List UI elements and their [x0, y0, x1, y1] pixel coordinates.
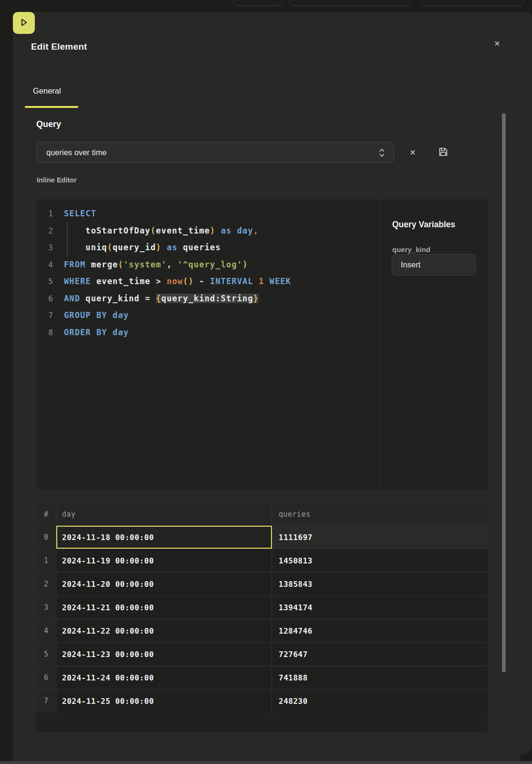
save-button[interactable]: [436, 145, 451, 160]
table-row[interactable]: 32024-11-21 00:00:001394174: [36, 596, 488, 619]
table-row[interactable]: 62024-11-24 00:00:00741888: [36, 666, 488, 690]
floppy-disk-icon: [438, 151, 449, 159]
day-cell[interactable]: 2024-11-23 00:00:00: [56, 643, 272, 666]
scrollbar[interactable]: [502, 113, 506, 672]
table-row[interactable]: 52024-11-23 00:00:00727647: [36, 643, 488, 666]
row-index-cell[interactable]: 4: [36, 619, 56, 642]
queries-cell[interactable]: 1394174: [272, 596, 488, 619]
line-number: 5: [36, 273, 53, 290]
line-number: 7: [36, 307, 53, 324]
day-cell[interactable]: 2024-11-20 00:00:00: [56, 573, 272, 595]
table-row[interactable]: 42024-11-22 00:00:001284746: [36, 619, 488, 643]
code-line[interactable]: 2 toStartOfDay(event_time) as day,: [36, 223, 380, 240]
queries-cell[interactable]: 1284746: [272, 619, 488, 642]
query-select-value: queries over time: [46, 148, 107, 157]
column-header-queries: queries: [272, 503, 488, 525]
row-index-cell[interactable]: 3: [36, 596, 56, 619]
toolbar-button-partial-2[interactable]: [290, 0, 410, 6]
clear-query-button[interactable]: ✕: [405, 145, 420, 160]
sql-editor[interactable]: 1SELECT2 toStartOfDay(event_time) as day…: [36, 199, 488, 489]
table-row[interactable]: 22024-11-20 00:00:001385843: [36, 573, 488, 596]
toolbar-button-partial-3[interactable]: [422, 0, 523, 6]
modal-title: Edit Element: [31, 42, 87, 52]
code-line[interactable]: 6AND query_kind = {query_kind:String}: [36, 290, 380, 308]
row-index-cell[interactable]: 1: [36, 549, 56, 572]
variable-name-label: query_kind: [392, 245, 430, 254]
code-line[interactable]: 4FROM merge('system', '^query_log'): [36, 256, 380, 274]
queries-cell[interactable]: 248230: [272, 690, 488, 712]
run-query-button[interactable]: [13, 12, 35, 34]
code-line[interactable]: 7GROUP BY day: [36, 307, 380, 324]
row-index-cell[interactable]: 2: [36, 573, 56, 595]
line-number: 8: [36, 324, 53, 341]
column-header-day: day: [56, 503, 272, 525]
table-row[interactable]: 12024-11-19 00:00:001450813: [36, 549, 488, 573]
tab-general[interactable]: General: [33, 86, 61, 96]
table-row[interactable]: 02024-11-18 00:00:001111697: [36, 526, 488, 549]
day-cell[interactable]: 2024-11-19 00:00:00: [56, 549, 272, 572]
queries-cell[interactable]: 1450813: [272, 549, 488, 572]
queries-cell[interactable]: 1111697: [272, 526, 488, 549]
day-cell[interactable]: 2024-11-24 00:00:00: [56, 666, 272, 689]
row-index-cell[interactable]: 0: [36, 526, 56, 549]
query-select[interactable]: queries over time: [36, 142, 394, 163]
code-line[interactable]: 3 uniq(query_id) as queries: [36, 239, 380, 256]
table-row[interactable]: 72024-11-25 00:00:00248230: [36, 690, 488, 713]
sql-code[interactable]: 1SELECT2 toStartOfDay(event_time) as day…: [36, 205, 380, 341]
toolbar-button-partial-1[interactable]: [233, 0, 282, 6]
code-line[interactable]: 1SELECT: [36, 205, 380, 223]
row-index-cell[interactable]: 7: [36, 690, 56, 712]
day-cell[interactable]: 2024-11-21 00:00:00: [56, 596, 272, 619]
play-icon: [19, 18, 29, 29]
day-cell[interactable]: 2024-11-25 00:00:00: [56, 690, 272, 712]
edit-element-modal: Edit Element ✕ General Query queries ove…: [13, 12, 532, 764]
line-number: 4: [36, 256, 53, 274]
row-index-cell[interactable]: 6: [36, 666, 56, 689]
chevron-up-down-icon: [379, 148, 385, 159]
queries-cell[interactable]: 741888: [272, 666, 488, 689]
tab-active-indicator: [25, 106, 78, 108]
column-header-index: #: [36, 503, 56, 525]
queries-cell[interactable]: 1385843: [272, 573, 488, 595]
window-bottom-edge: [0, 761, 532, 764]
day-cell[interactable]: 2024-11-22 00:00:00: [56, 619, 272, 642]
inline-editor-label: Inline Editor: [37, 176, 77, 184]
query-variables-panel: Query Variables query_kind Insert: [380, 199, 488, 489]
code-line[interactable]: 8ORDER BY day: [36, 324, 380, 341]
line-number: 6: [36, 290, 53, 308]
close-icon[interactable]: ✕: [490, 37, 504, 51]
results-table: # day queries 02024-11-18 00:00:00111169…: [36, 502, 488, 713]
line-number: 3: [36, 239, 53, 256]
day-cell[interactable]: 2024-11-18 00:00:00: [56, 526, 272, 549]
insert-variable-button[interactable]: Insert: [392, 254, 476, 276]
code-line[interactable]: 5WHERE event_time > now() - INTERVAL 1 W…: [36, 273, 380, 290]
window-corner: [521, 743, 532, 761]
row-index-cell[interactable]: 5: [36, 643, 56, 666]
results-table-header: # day queries: [36, 503, 488, 526]
query-variables-heading: Query Variables: [392, 220, 455, 230]
query-section-heading: Query: [36, 119, 61, 129]
line-number: 2: [36, 223, 53, 240]
table-scroll-gutter: [36, 712, 488, 732]
queries-cell[interactable]: 727647: [272, 643, 488, 666]
line-number: 1: [36, 205, 53, 223]
